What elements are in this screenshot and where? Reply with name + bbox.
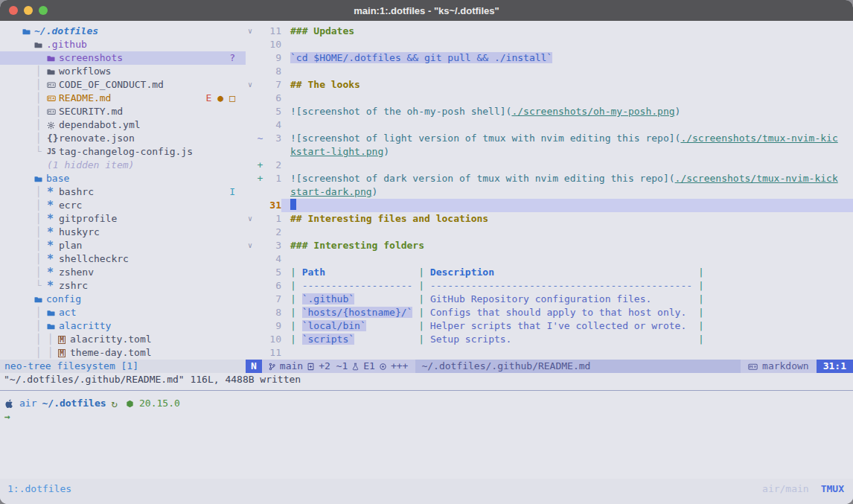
line-text[interactable]: start-dark.png) (281, 185, 853, 199)
prompt-cwd: ~/.dotfiles (42, 397, 106, 410)
editor-line[interactable]: 7| `.github` | GitHub Repository configu… (246, 293, 853, 306)
line-text[interactable]: ## The looks (281, 78, 853, 92)
editor-line[interactable]: 5![screenshot of the oh-my-posh shell](.… (246, 105, 853, 118)
line-text[interactable]: ![screenshot of dark version of tmux wit… (281, 172, 853, 185)
editor-line[interactable]: 9`cd $HOME/.dotfiles && git pull && ./in… (246, 51, 853, 65)
tree-item-plan[interactable]: │*plan (0, 239, 246, 252)
tree-item--1-hidden-item-[interactable]: (1 hidden item) (0, 159, 246, 172)
line-text[interactable]: | ------------------- | ----------------… (281, 279, 853, 293)
tree-item-act[interactable]: │act (0, 306, 246, 319)
line-text[interactable]: | `.github` | GitHub Repository configur… (281, 293, 853, 306)
tree-item-shellcheckrc[interactable]: │*shellcheckrc (0, 252, 246, 266)
tree-item-ecrc[interactable]: │*ecrc (0, 199, 246, 212)
editor-line[interactable]: 6| ------------------- | ---------------… (246, 279, 853, 293)
tree-item-dependabot-yml[interactable]: │dependabot.yml (0, 118, 246, 132)
editor-line[interactable]: 9| `local/bin` | Helper scripts that I'v… (246, 319, 853, 333)
editor-line[interactable]: start-dark.png) (246, 185, 853, 199)
line-text[interactable]: kstart-light.png) (281, 145, 853, 159)
tmux-pane-divider[interactable] (0, 390, 853, 391)
tree-item-alacritty-toml[interactable]: ││Malacritty.toml (0, 333, 246, 346)
editor-line[interactable]: ∨7## The looks (246, 78, 853, 92)
git-sign (255, 226, 265, 239)
editor-line[interactable]: 2 (246, 226, 853, 239)
editor-line[interactable]: ∨11### Updates (246, 25, 853, 38)
line-text[interactable] (281, 38, 853, 51)
line-text[interactable]: | `hosts/{hostname}/` | Configs that sho… (281, 306, 853, 319)
line-text[interactable]: ![screenshot of light version of tmux wi… (281, 132, 853, 145)
tree-item-huskyrc[interactable]: │*huskyrc (0, 226, 246, 239)
editor-line[interactable]: +1![screenshot of dark version of tmux w… (246, 172, 853, 185)
fold-arrow-icon[interactable]: ∨ (246, 212, 255, 226)
editor-line[interactable]: ~3![screenshot of light version of tmux … (246, 132, 853, 145)
editor-line[interactable]: ∨3### Interesting folders (246, 239, 853, 252)
editor-line[interactable]: 10 (246, 38, 853, 51)
window-title: main:1:.dotfiles - "ks~/.dotfiles" (0, 5, 853, 16)
git-sign: + (255, 172, 265, 185)
line-text[interactable] (281, 252, 853, 266)
prompt-arrow[interactable]: → (0, 410, 10, 424)
text-segment: | (412, 334, 429, 345)
line-text[interactable]: | `local/bin` | Helper scripts that I've… (281, 319, 853, 333)
line-text[interactable] (281, 346, 853, 360)
editor-buffer[interactable]: ∨11### Updates109`cd $HOME/.dotfiles && … (246, 25, 853, 360)
markdown-file-icon (47, 78, 56, 92)
tree-item--github[interactable]: .github (0, 38, 246, 51)
editor-line[interactable]: 8| `hosts/{hostname}/` | Configs that sh… (246, 306, 853, 319)
tree-item-base[interactable]: base (0, 172, 246, 185)
tree-item-code-of-conduct-md[interactable]: │CODE_OF_CONDUCT.md (0, 78, 246, 92)
fold-arrow-icon[interactable]: ∨ (246, 25, 255, 38)
line-text[interactable]: ### Updates (281, 25, 853, 38)
tree-item-bashrc[interactable]: │*bashrcI (0, 185, 246, 199)
tree-item-zshenv[interactable]: │*zshenv (0, 266, 246, 279)
tree-item-screenshots[interactable]: screenshots? (0, 51, 246, 65)
line-text[interactable]: | Path | Description | (281, 266, 853, 279)
editor-line[interactable]: 6 (246, 92, 853, 105)
line-text[interactable] (281, 199, 853, 212)
tree-item--dotfiles[interactable]: ~/.dotfiles (0, 25, 246, 38)
tmux-window-tab[interactable]: 1:.dotfiles (7, 483, 71, 504)
editor-line[interactable]: +2 (246, 159, 853, 172)
text-segment: `.github` (302, 293, 354, 304)
fold-arrow-icon[interactable]: ∨ (246, 239, 255, 252)
editor-line[interactable]: 4 (246, 252, 853, 266)
tree-item-gitprofile[interactable]: │*gitprofile (0, 212, 246, 226)
tmux-session-name[interactable]: air/main (762, 483, 809, 504)
mode-indicator: N (246, 360, 262, 373)
tree-item-renovate-json[interactable]: │{}renovate.json (0, 132, 246, 145)
tree-item-config[interactable]: config (0, 293, 246, 306)
line-text[interactable] (281, 118, 853, 132)
text-segment: `local/bin` (302, 320, 366, 331)
line-text[interactable]: ## Interesting files and locations (281, 212, 853, 226)
editor-line[interactable]: 31 (246, 199, 853, 212)
git-sign (255, 105, 265, 118)
line-text[interactable] (281, 92, 853, 105)
editor-line[interactable]: 10| `scripts` | Setup scripts. | (246, 333, 853, 346)
line-text[interactable] (281, 159, 853, 172)
tree-guide: │ (36, 306, 42, 319)
tree-item-security-md[interactable]: │SECURITY.md (0, 105, 246, 118)
editor-line[interactable]: 8 (246, 65, 853, 78)
folder-icon (47, 51, 55, 65)
line-text[interactable]: ![screenshot of the oh-my-posh shell](./… (281, 105, 853, 118)
text-segment: Setup scripts. (430, 334, 512, 345)
text-segment: | (692, 280, 704, 291)
editor-line[interactable]: ∨1## Interesting files and locations (246, 212, 853, 226)
line-text[interactable]: `cd $HOME/.dotfiles && git pull && ./ins… (281, 51, 853, 65)
tree-item-theme-day-toml[interactable]: ││Mtheme-day.toml (0, 346, 246, 360)
editor-line[interactable]: 11 (246, 346, 853, 360)
editor-line[interactable]: 5| Path | Description | (246, 266, 853, 279)
tree-item-zshrc[interactable]: └*zshrc (0, 279, 246, 293)
tree-item-workflows[interactable]: │workflows (0, 65, 246, 78)
tree-guide: │ (36, 199, 42, 212)
tree-item-tag-changelog-config-js[interactable]: └JStag-changelog-config.js (0, 145, 246, 159)
tree-item-readme-md[interactable]: │README.mdE●□ (0, 92, 246, 105)
editor-line[interactable]: 4 (246, 118, 853, 132)
text-segment: | (290, 334, 302, 345)
fold-arrow-icon[interactable]: ∨ (246, 78, 255, 92)
line-text[interactable] (281, 226, 853, 239)
line-text[interactable]: ### Interesting folders (281, 239, 853, 252)
line-text[interactable] (281, 65, 853, 78)
editor-line[interactable]: kstart-light.png) (246, 145, 853, 159)
tree-item-alacritty[interactable]: │alacritty (0, 319, 246, 333)
line-text[interactable]: | `scripts` | Setup scripts. | (281, 333, 853, 346)
